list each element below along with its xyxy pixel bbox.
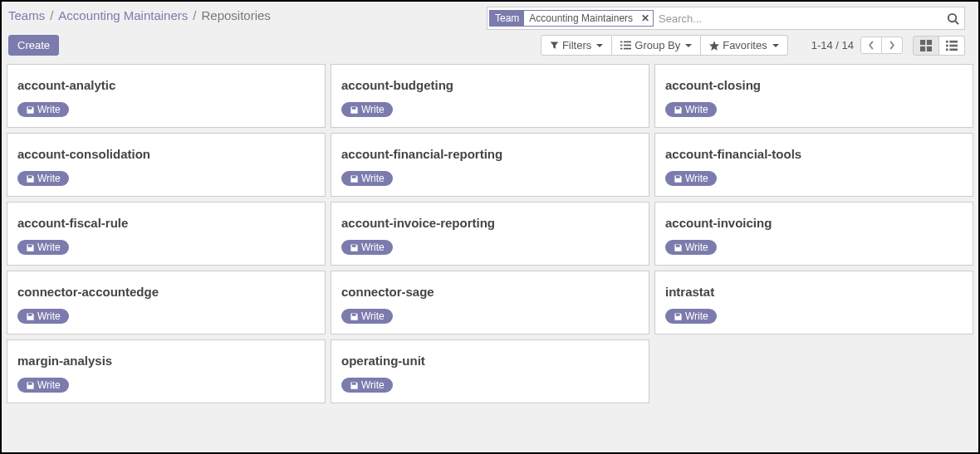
list-icon (620, 41, 631, 50)
save-icon (350, 105, 359, 115)
save-icon (350, 174, 359, 183)
svg-rect-10 (920, 46, 925, 51)
kanban-board: account-analyticWriteaccount-budgetingWr… (2, 64, 978, 408)
search-facet: Team Accounting Maintainers ✕ (489, 10, 654, 27)
kanban-view-button[interactable] (913, 36, 939, 56)
write-button[interactable]: Write (665, 171, 717, 186)
repo-title: account-fiscal-rule (17, 216, 315, 230)
search-box[interactable]: Team Accounting Maintainers ✕ (487, 7, 965, 30)
breadcrumb-team-name[interactable]: Accounting Maintainers (58, 8, 188, 22)
write-button[interactable]: Write (341, 171, 393, 186)
svg-rect-9 (927, 40, 932, 45)
favorites-label: Favorites (723, 39, 767, 51)
repo-card[interactable]: connector-sageWrite (331, 271, 649, 334)
write-button[interactable]: Write (17, 378, 69, 393)
write-button[interactable]: Write (341, 378, 393, 393)
breadcrumb-sep: / (50, 8, 53, 22)
write-label: Write (361, 379, 385, 391)
breadcrumb-sep: / (193, 8, 196, 22)
repo-card[interactable]: account-fiscal-ruleWrite (7, 202, 326, 266)
write-label: Write (361, 104, 385, 115)
breadcrumb-current: Repositories (201, 8, 270, 22)
repo-card[interactable]: account-consolidationWrite (7, 133, 326, 197)
repo-card[interactable]: account-invoice-reportingWrite (331, 202, 649, 266)
chevron-right-icon (889, 41, 895, 50)
repo-card[interactable]: account-analyticWrite (7, 64, 326, 128)
write-button[interactable]: Write (17, 240, 69, 255)
write-button[interactable]: Write (17, 102, 69, 117)
next-page-button[interactable] (882, 37, 903, 54)
repo-title: intrastat (665, 285, 963, 299)
list-view-button[interactable] (939, 36, 965, 56)
repo-title: account-consolidation (17, 147, 315, 161)
groupby-button[interactable]: Group By (612, 35, 701, 56)
write-button[interactable]: Write (665, 102, 717, 117)
repo-card[interactable]: intrastatWrite (654, 271, 973, 334)
write-label: Write (361, 173, 385, 184)
svg-rect-4 (620, 45, 622, 46)
write-button[interactable]: Write (17, 309, 69, 324)
repo-card[interactable]: account-financial-reportingWrite (331, 133, 649, 197)
caret-icon (685, 44, 692, 47)
write-button[interactable]: Write (341, 309, 393, 324)
write-label: Write (361, 242, 385, 253)
repo-card[interactable]: operating-unitWrite (331, 339, 649, 403)
repo-card[interactable]: account-budgetingWrite (331, 64, 649, 128)
write-label: Write (37, 104, 61, 115)
prev-page-button[interactable] (860, 37, 882, 54)
save-icon (674, 105, 683, 115)
search-input[interactable] (654, 9, 947, 27)
write-button[interactable]: Write (341, 240, 393, 255)
repo-title: account-budgeting (341, 78, 639, 92)
repo-card[interactable]: account-invoicingWrite (654, 202, 973, 266)
star-icon (709, 41, 719, 51)
write-label: Write (37, 379, 61, 391)
create-button[interactable]: Create (8, 35, 59, 56)
facet-label: Team (490, 11, 524, 26)
repo-title: account-invoice-reporting (341, 216, 639, 230)
repo-title: account-financial-reporting (341, 147, 639, 161)
svg-rect-8 (920, 40, 925, 45)
write-button[interactable]: Write (341, 102, 393, 117)
write-label: Write (685, 173, 708, 184)
write-label: Write (37, 173, 61, 184)
write-label: Write (685, 104, 708, 115)
repo-title: connector-accountedge (17, 285, 315, 299)
repo-title: margin-analysis (17, 354, 315, 368)
svg-rect-14 (946, 44, 948, 46)
repo-title: operating-unit (341, 354, 639, 368)
groupby-label: Group By (635, 39, 680, 51)
repo-card[interactable]: account-financial-toolsWrite (654, 133, 973, 197)
caret-icon (596, 44, 603, 47)
pager-info[interactable]: 1-14 / 14 (811, 39, 854, 51)
svg-line-1 (955, 21, 958, 24)
kanban-icon (920, 40, 932, 51)
write-button[interactable]: Write (17, 171, 69, 186)
write-button[interactable]: Write (665, 240, 717, 255)
search-icon[interactable] (947, 12, 959, 25)
breadcrumb-teams[interactable]: Teams (8, 8, 45, 22)
svg-rect-6 (620, 48, 622, 50)
repo-title: account-analytic (17, 78, 315, 92)
svg-rect-5 (624, 45, 631, 46)
svg-rect-12 (946, 40, 948, 42)
svg-rect-2 (620, 41, 622, 43)
repo-card[interactable]: connector-accountedgeWrite (7, 271, 326, 334)
write-button[interactable]: Write (665, 309, 717, 324)
svg-rect-16 (946, 48, 948, 51)
save-icon (26, 105, 35, 115)
filters-button[interactable]: Filters (541, 35, 612, 56)
repo-title: account-financial-tools (665, 147, 963, 161)
filters-label: Filters (562, 39, 591, 51)
facet-remove-icon[interactable]: ✕ (638, 11, 653, 26)
list-view-icon (946, 40, 958, 51)
repo-title: connector-sage (341, 285, 639, 299)
repo-title: account-closing (665, 78, 963, 92)
svg-point-0 (948, 13, 956, 21)
save-icon (350, 243, 359, 252)
save-icon (26, 381, 35, 390)
repo-card[interactable]: margin-analysisWrite (7, 339, 326, 403)
repo-card[interactable]: account-closingWrite (654, 64, 973, 128)
favorites-button[interactable]: Favorites (701, 35, 787, 56)
repo-title: account-invoicing (665, 216, 963, 230)
